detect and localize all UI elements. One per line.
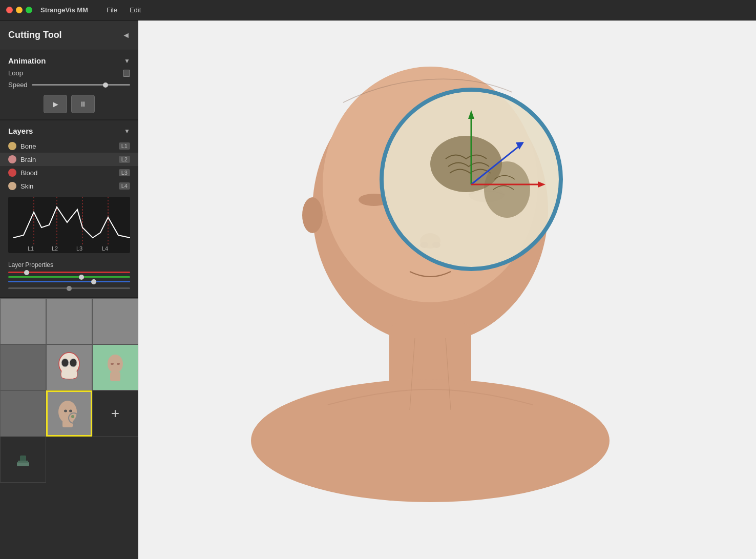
menu-edit[interactable]: Edit [125, 5, 145, 15]
cutting-tool-header: Cutting Tool ◄ [0, 20, 138, 50]
svg-line-25 [77, 422, 81, 425]
animation-collapse-icon[interactable]: ▼ [124, 57, 130, 65]
red-slider-thumb[interactable] [24, 270, 29, 275]
svg-point-40 [302, 197, 323, 233]
brain-layer-icon [8, 155, 16, 163]
speed-slider-track [32, 84, 130, 86]
layers-section: Layers ▼ Bone L1 Brain L2 Blood L3 S [0, 119, 138, 297]
bottom-action-row [0, 437, 138, 483]
svg-point-44 [484, 161, 530, 218]
layer-properties: Layer Properties [0, 257, 138, 293]
layers-title: Layers [8, 127, 33, 135]
blood-layer-name: Blood [20, 169, 119, 177]
layer-graph: L1 L2 L3 L4 [8, 197, 130, 253]
layer-properties-label: Layer Properties [8, 261, 130, 268]
animation-section: Loop Speed ▶ ⏸ [0, 69, 138, 119]
red-slider-row [8, 272, 130, 273]
add-icon: + [111, 405, 119, 422]
stamp-button[interactable] [0, 437, 46, 483]
main-area: Cutting Tool ◄ Animation ▼ Loop Speed ▶ … [0, 20, 756, 559]
blood-layer-badge: L3 [119, 169, 130, 176]
collapse-arrow-icon[interactable]: ◄ [122, 31, 130, 40]
thumb-cell-active-eye[interactable] [46, 390, 92, 437]
bone-layer-icon [8, 142, 16, 150]
thumb-cell-1-0[interactable] [0, 344, 46, 390]
brain-layer-badge: L2 [119, 156, 130, 163]
thumb-cell-2-0[interactable] [0, 390, 46, 437]
layer-brain[interactable]: Brain L2 [0, 153, 138, 166]
playback-controls: ▶ ⏸ [8, 95, 130, 113]
green-slider-thumb[interactable] [79, 275, 84, 280]
svg-point-22 [64, 410, 67, 412]
play-button[interactable]: ▶ [44, 95, 67, 113]
svg-point-33 [251, 379, 610, 502]
titlebar: StrangeVis MM File Edit [0, 0, 756, 20]
sidebar: Cutting Tool ◄ Animation ▼ Loop Speed ▶ … [0, 20, 138, 559]
layer-blood[interactable]: Blood L3 [0, 166, 138, 179]
layer-bone[interactable]: Bone L1 [0, 139, 138, 153]
animation-title: Animation [8, 56, 46, 65]
bottom-slider-track [8, 287, 130, 289]
skin-layer-icon [8, 182, 16, 190]
svg-text:L4: L4 [102, 245, 108, 252]
bone-layer-name: Bone [20, 142, 119, 150]
loop-row: Loop [8, 69, 130, 77]
svg-point-20 [58, 401, 77, 423]
blood-layer-icon [8, 169, 16, 177]
speed-label: Speed [8, 81, 28, 89]
close-button[interactable] [6, 7, 13, 13]
thumb-cell-0-1[interactable] [46, 298, 92, 344]
layer-skin[interactable]: Skin L4 [0, 179, 138, 193]
svg-point-18 [111, 363, 114, 365]
blue-slider-thumb[interactable] [91, 279, 96, 284]
layers-section-header: Layers ▼ [0, 120, 138, 139]
svg-rect-21 [62, 420, 73, 427]
traffic-lights [6, 7, 32, 13]
skin-layer-badge: L4 [119, 182, 130, 190]
svg-point-11 [70, 359, 77, 367]
thumbnail-strip: + [0, 297, 138, 437]
app-title: StrangeVis MM [40, 6, 88, 14]
menu-file[interactable]: File [102, 5, 121, 15]
svg-text:L3: L3 [76, 245, 82, 252]
thumb-cell-head-green[interactable] [92, 344, 138, 390]
svg-text:L1: L1 [28, 245, 34, 252]
svg-rect-27 [17, 462, 29, 466]
bottom-slider-thumb[interactable] [67, 286, 72, 291]
main-canvas [138, 20, 756, 559]
speed-slider-thumb[interactable] [103, 82, 108, 88]
add-button[interactable]: + [92, 390, 138, 437]
thumb-row-2: + [0, 390, 138, 437]
loop-checkbox[interactable] [123, 70, 130, 77]
fullscreen-button[interactable] [26, 7, 32, 13]
svg-rect-0 [8, 197, 130, 253]
svg-point-16 [108, 355, 123, 373]
svg-rect-29 [18, 461, 28, 463]
thumb-row-0 [0, 298, 138, 344]
svg-point-10 [61, 359, 69, 367]
thumb-cell-skull[interactable] [46, 344, 92, 390]
red-slider-track [8, 272, 130, 273]
svg-point-26 [71, 415, 74, 418]
svg-point-19 [117, 363, 120, 365]
brain-layer-name: Brain [20, 156, 119, 163]
loop-label: Loop [8, 69, 23, 77]
green-slider-track [8, 276, 130, 278]
svg-rect-17 [110, 372, 120, 381]
green-slider-row [8, 276, 130, 278]
layers-collapse-icon[interactable]: ▼ [124, 128, 130, 135]
thumb-cell-0-0[interactable] [0, 298, 46, 344]
svg-text:L2: L2 [52, 245, 58, 252]
speed-row: Speed [8, 81, 130, 89]
blue-slider-row [8, 281, 130, 282]
pause-button[interactable]: ⏸ [71, 95, 95, 113]
svg-point-23 [69, 410, 72, 412]
skin-layer-name: Skin [20, 182, 119, 190]
animation-section-header: Animation ▼ [0, 50, 138, 69]
canvas-area[interactable] [138, 20, 756, 559]
bone-layer-badge: L1 [119, 142, 130, 150]
minimize-button[interactable] [16, 7, 23, 13]
blue-slider-track [8, 281, 130, 282]
thumb-cell-0-2[interactable] [92, 298, 138, 344]
thumb-row-1 [0, 344, 138, 390]
